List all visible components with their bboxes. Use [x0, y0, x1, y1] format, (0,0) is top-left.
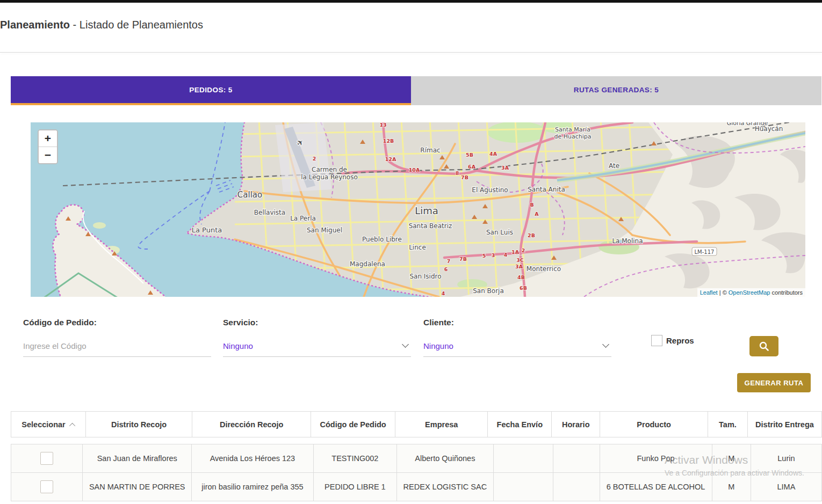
- map-place-label: San Luis: [486, 229, 513, 236]
- table-cell: Avenida Los Héroes 123: [192, 444, 313, 473]
- servicio-underline: [223, 356, 411, 357]
- map-route-shield: 3C: [516, 257, 524, 263]
- column-header-empresa: Empresa: [395, 412, 488, 437]
- column-header-horario: Horario: [552, 412, 600, 437]
- map-route-shield: 12B: [383, 138, 394, 144]
- map-route-shield: 2B: [528, 232, 535, 238]
- map-route-shield: 1A: [511, 249, 520, 255]
- windows-activation-watermark-line1: Activar Windows: [665, 454, 748, 466]
- map-route-shield: 4A: [489, 151, 497, 157]
- generar-ruta-button[interactable]: GENERAR RUTA: [737, 373, 811, 392]
- header-divider: [0, 52, 822, 53]
- row-checkbox[interactable]: [40, 480, 53, 493]
- map-route-shield: 6: [444, 266, 448, 272]
- table-header-row: SeleccionarDistrito RecojoDirección Reco…: [11, 412, 822, 437]
- map-place-label: La Punta: [192, 226, 222, 234]
- column-header-direcci-n-recojo: Dirección Recojo: [192, 412, 311, 437]
- repros-checkbox[interactable]: [651, 335, 662, 346]
- map-svg: ✈ LM-117 1312B12A210A87B6A5B4A3ABA2B21A3…: [31, 122, 805, 297]
- map-place-label: San Miguel: [307, 227, 342, 234]
- tab-rutas-generadas[interactable]: RUTAS GENERADAS: 5: [411, 76, 821, 105]
- servicio-label: Servicio:: [223, 318, 258, 327]
- map-place-label: de Huachipa: [554, 133, 591, 140]
- cliente-select[interactable]: Ninguno: [423, 341, 453, 350]
- map-place-label: Bellavista: [254, 209, 285, 216]
- map-airport: ✈: [275, 122, 331, 192]
- servicio-chevron-down-icon[interactable]: [402, 341, 409, 348]
- map-place-label: Santa María: [555, 126, 590, 133]
- attribution-separator: | ©: [718, 289, 729, 296]
- column-header-producto: Producto: [600, 412, 708, 437]
- column-header-tam-: Tam.: [708, 412, 747, 437]
- column-header-distrito-entrega: Distrito Entrega: [747, 412, 821, 437]
- row-checkbox[interactable]: [40, 452, 53, 465]
- map-place-label: Pueblo Libre: [362, 236, 402, 243]
- leaflet-link[interactable]: Leaflet: [700, 289, 718, 296]
- map-place-label: Rímac: [420, 147, 440, 154]
- codigo-pedido-label: Código de Pedido:: [23, 318, 97, 327]
- map-route-badge: LM-117: [692, 247, 717, 255]
- table-cell: [553, 444, 600, 473]
- map-route-shield: 5: [482, 253, 486, 259]
- map-route-shield: 4: [442, 290, 445, 296]
- osm-link[interactable]: OpenStreetMap: [729, 289, 770, 296]
- column-header-label: Horario: [562, 420, 590, 429]
- page-title: Planeamiento - Listado de Planeamientos: [0, 19, 203, 31]
- map-place-label: La Molina: [612, 237, 643, 245]
- top-black-bar: [0, 0, 822, 3]
- table-cell: [493, 444, 553, 473]
- map-route-shield: 4B: [517, 274, 525, 280]
- sort-asc-icon[interactable]: [69, 422, 75, 428]
- map-route-shield: 4: [504, 252, 508, 258]
- map-place-label: Lince: [409, 244, 426, 251]
- map-route-shield: 5B: [466, 152, 473, 158]
- map-route-shield: B: [530, 202, 533, 208]
- cliente-chevron-down-icon[interactable]: [602, 341, 609, 348]
- map-attribution: Leaflet | © OpenStreetMap contributors: [697, 288, 805, 297]
- search-icon: [759, 341, 769, 352]
- map-route-shield: 7B: [461, 174, 468, 180]
- map-route-shield: 6A: [468, 164, 476, 170]
- windows-activation-watermark-line2: Ve a Configuración para activar Windows.: [665, 469, 804, 477]
- servicio-select[interactable]: Ninguno: [223, 341, 253, 350]
- column-header-seleccionar[interactable]: Seleccionar: [11, 412, 86, 437]
- map-route-shield: 3: [492, 252, 495, 258]
- column-header-fecha-env-o: Fecha Envío: [488, 412, 552, 437]
- column-header-label: Distrito Recojo: [111, 420, 167, 429]
- map-place-label: Callao: [237, 190, 262, 200]
- table-cell: jiron basilio ramirez peña 355: [192, 473, 313, 501]
- page-title-rest: - Listado de Planeamientos: [70, 19, 203, 31]
- codigo-pedido-input[interactable]: Ingrese el Código: [23, 341, 86, 350]
- map-route-shield: 12A: [385, 156, 396, 162]
- map-place-label: Santa Beatriz: [409, 222, 452, 230]
- column-header-label: Tam.: [719, 420, 737, 429]
- map-place-label: Ate: [609, 162, 619, 170]
- map-route-shield: 6B: [520, 285, 527, 291]
- map-route-shield: 2: [313, 156, 316, 162]
- column-header-label: Dirección Recojo: [220, 420, 283, 429]
- map-place-label: Santa Anita: [528, 186, 565, 193]
- column-header-label: Código de Pedido: [320, 420, 386, 429]
- map-place-label: El Agustino: [472, 186, 508, 194]
- table-header: SeleccionarDistrito RecojoDirección Reco…: [11, 411, 822, 437]
- table-cell: PEDIDO LIBRE 1: [313, 473, 397, 501]
- map-zoom-in-button[interactable]: +: [39, 130, 57, 147]
- map-zoom-out-button[interactable]: −: [39, 147, 57, 163]
- repros-label: Repros: [666, 336, 694, 345]
- column-header-label: Fecha Envío: [497, 420, 543, 429]
- tab-pedidos[interactable]: PEDIDOS: 5: [11, 76, 411, 105]
- table-cell: San Juan de Miraflores: [83, 444, 192, 473]
- map-zoom-control: + −: [38, 129, 58, 164]
- map-route-shield: 7: [447, 258, 451, 264]
- cliente-label: Cliente:: [423, 318, 454, 327]
- tab-pedidos-label: PEDIDOS: 5: [189, 86, 233, 94]
- map-place-label: Lima: [415, 205, 438, 216]
- codigo-pedido-underline: [23, 356, 211, 357]
- column-header-label: Seleccionar: [21, 420, 65, 429]
- map-route-shield: 3A: [501, 165, 509, 171]
- map-canvas[interactable]: ✈ LM-117 1312B12A210A87B6A5B4A3ABA2B21A3…: [31, 122, 805, 297]
- cliente-underline: [423, 356, 611, 357]
- search-button[interactable]: [749, 336, 778, 356]
- map-route-shield: A: [535, 211, 539, 217]
- map-place-label: Monterrico: [527, 265, 561, 273]
